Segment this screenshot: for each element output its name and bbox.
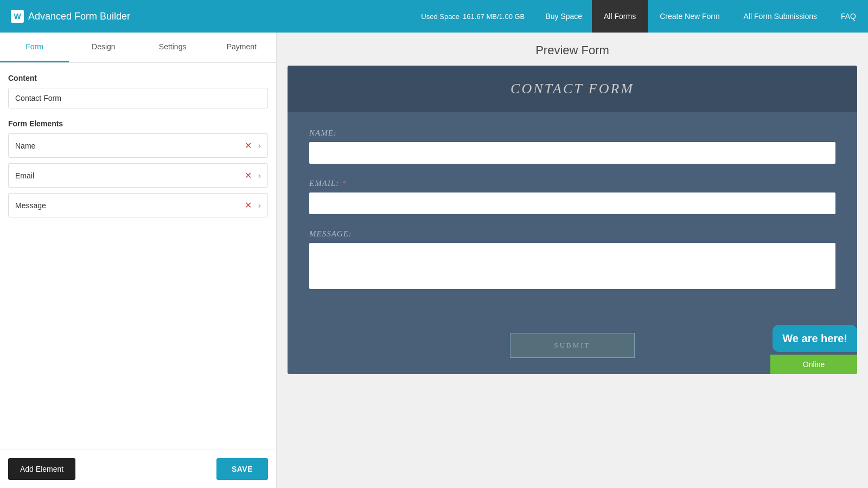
save-button[interactable]: SAVE	[216, 458, 268, 480]
main-layout: Form Design Settings Payment Content For…	[0, 33, 868, 488]
sidebar-content: Content Form Elements Name ✕ › Email ✕ ›…	[0, 63, 276, 450]
preview-label-message: MESSAGE:	[309, 229, 835, 239]
used-space: Used Space 161.67 MB/1.00 GB	[410, 12, 535, 21]
nav-links: All Forms Create New Form All Form Submi…	[592, 0, 868, 33]
tab-settings[interactable]: Settings	[138, 33, 207, 62]
tab-form[interactable]: Form	[0, 33, 69, 62]
element-name-chevron-icon[interactable]: ›	[258, 141, 261, 151]
email-required-marker: *	[342, 179, 347, 188]
preview-field-email: EMAIL: *	[309, 179, 835, 214]
preview-title: Preview Form	[277, 33, 868, 66]
brand-title: Advanced Form Builder	[28, 11, 130, 22]
element-message-label: Message	[15, 201, 245, 210]
top-navigation: W Advanced Form Builder Used Space 161.6…	[0, 0, 868, 33]
preview-field-name: NAME:	[309, 129, 835, 164]
element-message-delete-icon[interactable]: ✕	[245, 200, 252, 210]
preview-form-wrapper: CONTACT FORM NAME: EMAIL:	[277, 66, 868, 488]
preview-form-title: CONTACT FORM	[298, 81, 846, 97]
preview-input-email[interactable]	[309, 192, 835, 214]
brand: W Advanced Form Builder	[0, 10, 141, 23]
element-message[interactable]: Message ✕ ›	[8, 193, 268, 217]
preview-form-body: NAME: EMAIL: *	[288, 112, 857, 328]
element-email[interactable]: Email ✕ ›	[8, 163, 268, 188]
sidebar-tabs: Form Design Settings Payment	[0, 33, 276, 63]
add-element-button[interactable]: Add Element	[8, 458, 75, 480]
nav-all-forms[interactable]: All Forms	[592, 0, 648, 33]
brand-icon: W	[11, 10, 24, 23]
element-name-label: Name	[15, 142, 245, 150]
sidebar: Form Design Settings Payment Content For…	[0, 33, 277, 488]
sidebar-actions: Add Element SAVE	[0, 450, 276, 488]
form-elements-label: Form Elements	[8, 119, 268, 128]
element-name[interactable]: Name ✕ ›	[8, 133, 268, 158]
nav-create-new-form[interactable]: Create New Form	[648, 0, 731, 33]
used-space-label: Used Space	[421, 12, 459, 21]
preview-form-header: CONTACT FORM	[288, 66, 857, 112]
tab-payment[interactable]: Payment	[207, 33, 276, 62]
preview-submit-button[interactable]: SUBMIT	[510, 333, 634, 358]
preview-input-name[interactable]	[309, 142, 835, 164]
preview-form: CONTACT FORM NAME: EMAIL:	[288, 66, 857, 374]
buy-space-button[interactable]: Buy Space	[535, 12, 592, 21]
tab-design[interactable]: Design	[69, 33, 138, 62]
nav-all-form-submissions[interactable]: All Form Submissions	[732, 0, 829, 33]
element-name-delete-icon[interactable]: ✕	[245, 140, 252, 151]
used-space-value: 161.67 MB/1.00 GB	[463, 12, 525, 21]
preview-label-name: NAME:	[309, 129, 835, 138]
element-message-chevron-icon[interactable]: ›	[258, 201, 261, 210]
preview-textarea-message[interactable]	[309, 243, 835, 289]
preview-label-email: EMAIL: *	[309, 179, 835, 188]
element-email-delete-icon[interactable]: ✕	[245, 170, 252, 181]
content-section-label: Content	[8, 74, 268, 82]
chat-online-status[interactable]: Online	[770, 355, 857, 374]
preview-area: Preview Form CONTACT FORM NAME:	[277, 33, 868, 488]
nav-faq[interactable]: FAQ	[829, 0, 868, 33]
element-email-label: Email	[15, 171, 245, 180]
chat-bubble[interactable]: We are here!	[773, 325, 857, 352]
element-email-chevron-icon[interactable]: ›	[258, 171, 261, 181]
form-title-input[interactable]	[8, 88, 268, 108]
chat-widget: We are here! Online	[770, 325, 857, 374]
preview-field-message: MESSAGE:	[309, 229, 835, 291]
